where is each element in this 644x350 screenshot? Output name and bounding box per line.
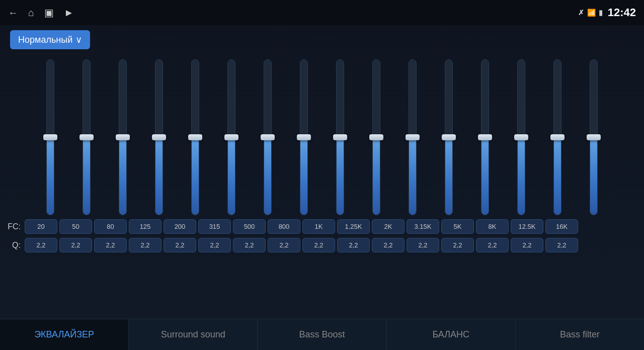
fc-btn-12.5K[interactable]: 12.5K [511, 219, 543, 234]
battery-icon: ▮ [599, 9, 603, 17]
slider-fill-12.5K [554, 137, 561, 215]
preset-label: Нормальный [18, 35, 72, 45]
q-btn-16K[interactable]: 2,2 [545, 238, 578, 252]
slider-track-3.15K [445, 59, 453, 215]
q-btn-50[interactable]: 2,2 [59, 238, 92, 252]
slider-col-5K [468, 59, 502, 215]
q-btn-800[interactable]: 2,2 [268, 238, 300, 252]
tab-bass-boost[interactable]: Bass Boost [258, 319, 386, 350]
tab-баланс[interactable]: БАЛАНС [387, 319, 516, 350]
nav-controls: ← ⌂ ▣ ► [8, 7, 74, 19]
slider-fill-80 [119, 137, 126, 215]
slider-thumb-12.5K[interactable] [550, 134, 565, 140]
slider-wrapper-125[interactable] [151, 59, 167, 215]
slider-track-20 [46, 59, 54, 215]
slider-col-2K [395, 59, 430, 215]
q-btn-200[interactable]: 2,2 [164, 238, 196, 252]
slider-thumb-8K[interactable] [514, 134, 528, 140]
fc-btn-1K[interactable]: 1K [302, 219, 335, 234]
slider-fill-50 [83, 137, 90, 215]
fc-btn-3.15K[interactable]: 3.15K [407, 219, 439, 234]
slider-thumb-80[interactable] [116, 134, 130, 140]
slider-wrapper-1K[interactable] [333, 59, 348, 215]
q-btn-125[interactable]: 2,2 [129, 238, 162, 252]
slider-thumb-1.25K[interactable] [369, 134, 383, 140]
slider-thumb-800[interactable] [297, 134, 311, 140]
q-btn-3.15K[interactable]: 2,2 [407, 238, 439, 252]
slider-thumb-2K[interactable] [406, 134, 420, 140]
q-btn-80[interactable]: 2,2 [94, 238, 127, 252]
wifi-icon: 📶 [587, 9, 596, 17]
fc-btn-800[interactable]: 800 [268, 219, 300, 234]
slider-wrapper-200[interactable] [188, 59, 203, 215]
slider-col-8K [504, 59, 538, 215]
q-btn-1K[interactable]: 2,2 [302, 238, 335, 252]
tab-surround-sound[interactable]: Surround sound [129, 319, 258, 350]
slider-wrapper-1.25K[interactable] [369, 59, 384, 215]
fc-label: FC: [5, 222, 23, 231]
slider-thumb-125[interactable] [152, 134, 166, 140]
slider-wrapper-2K[interactable] [405, 59, 420, 215]
q-btn-2K[interactable]: 2,2 [372, 238, 405, 252]
fc-btn-125[interactable]: 125 [129, 219, 162, 234]
fc-btn-200[interactable]: 200 [164, 219, 196, 234]
window-button[interactable]: ▣ [44, 7, 54, 19]
slider-thumb-20[interactable] [43, 134, 57, 140]
slider-wrapper-5K[interactable] [477, 59, 493, 215]
fc-btn-2K[interactable]: 2K [372, 219, 405, 234]
slider-wrapper-20[interactable] [43, 59, 58, 215]
slider-thumb-500[interactable] [261, 134, 275, 140]
slider-thumb-1K[interactable] [333, 134, 347, 140]
preset-button[interactable]: Нормальный ∨ [10, 30, 90, 49]
slider-wrapper-80[interactable] [115, 59, 130, 215]
slider-col-50 [69, 59, 104, 215]
slider-thumb-5K[interactable] [478, 134, 492, 140]
slider-fill-200 [192, 137, 199, 215]
slider-wrapper-12.5K[interactable] [550, 59, 565, 215]
tab-эквалайзер[interactable]: ЭКВАЛАЙЗЕР [0, 319, 129, 350]
q-btn-5K[interactable]: 2,2 [441, 238, 474, 252]
slider-wrapper-3.15K[interactable] [441, 59, 456, 215]
tab-bass-filter[interactable]: Bass filter [516, 319, 644, 350]
fc-btn-20[interactable]: 20 [25, 219, 57, 234]
slider-fill-500 [264, 137, 271, 215]
slider-thumb-200[interactable] [188, 134, 202, 140]
q-btn-20[interactable]: 2,2 [25, 238, 57, 252]
q-btn-500[interactable]: 2,2 [233, 238, 266, 252]
fc-btn-8K[interactable]: 8K [476, 219, 509, 234]
play-button[interactable]: ► [64, 7, 74, 19]
slider-wrapper-50[interactable] [79, 59, 94, 215]
q-btn-315[interactable]: 2,2 [198, 238, 231, 252]
fc-btn-5K[interactable]: 5K [441, 219, 474, 234]
fc-btn-80[interactable]: 80 [94, 219, 127, 234]
slider-thumb-50[interactable] [79, 134, 94, 140]
back-button[interactable]: ← [8, 7, 18, 19]
home-button[interactable]: ⌂ [28, 7, 34, 19]
fc-btn-315[interactable]: 315 [198, 219, 231, 234]
fc-btn-16K[interactable]: 16K [545, 219, 578, 234]
slider-wrapper-800[interactable] [296, 59, 311, 215]
slider-wrapper-8K[interactable] [514, 59, 529, 215]
fc-btn-500[interactable]: 500 [233, 219, 266, 234]
fc-btn-1.25K[interactable]: 1.25K [337, 219, 370, 234]
status-right: ✗ 📶 ▮ 12:42 [578, 6, 636, 19]
slider-wrapper-315[interactable] [224, 59, 239, 215]
slider-thumb-16K[interactable] [587, 134, 601, 140]
slider-track-12.5K [553, 59, 561, 215]
slider-wrapper-500[interactable] [260, 59, 275, 215]
slider-thumb-315[interactable] [224, 134, 238, 140]
tab-bar: ЭКВАЛАЙЗЕРSurround soundBass BoostБАЛАНС… [0, 319, 644, 350]
eq-sliders [0, 54, 644, 215]
slider-fill-1K [337, 137, 344, 215]
slider-thumb-3.15K[interactable] [442, 134, 456, 140]
slider-track-125 [155, 59, 163, 215]
q-btn-12.5K[interactable]: 2,2 [511, 238, 543, 252]
slider-col-125 [142, 59, 176, 215]
slider-col-16K [577, 59, 611, 215]
slider-wrapper-16K[interactable] [586, 59, 601, 215]
q-btn-1.25K[interactable]: 2,2 [337, 238, 370, 252]
q-btn-8K[interactable]: 2,2 [476, 238, 509, 252]
slider-col-1K [323, 59, 357, 215]
fc-btn-50[interactable]: 50 [59, 219, 92, 234]
slider-fill-16K [590, 137, 597, 215]
